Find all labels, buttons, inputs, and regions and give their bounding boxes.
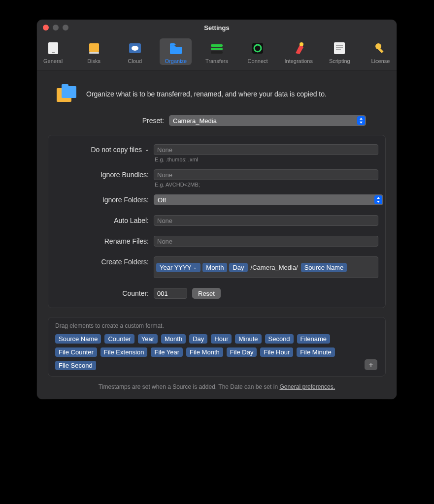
scripting-icon	[332, 40, 347, 56]
preset-dropdown[interactable]: Camera_Media	[169, 115, 366, 126]
palette-token[interactable]: Hour	[211, 334, 232, 344]
format-token[interactable]: Month	[202, 263, 227, 272]
chevron-down-icon: ⌄	[145, 144, 149, 155]
format-token[interactable]: Year YYYY⌄	[156, 263, 200, 272]
tab-connect[interactable]: Connect	[242, 38, 274, 65]
palette-token[interactable]: File Hour	[260, 347, 293, 357]
rename-files-label: Rename Files:	[55, 236, 154, 247]
palette-token[interactable]: File Day	[227, 347, 257, 357]
do-not-copy-label-text: Do not copy files	[91, 144, 142, 155]
palette-token[interactable]: Source Name	[55, 334, 101, 344]
token-palette: Source NameCounterYearMonthDayHourMinute…	[55, 334, 378, 370]
updown-arrows-icon	[357, 116, 365, 125]
ignore-folders-value: Off	[158, 196, 166, 204]
svg-rect-2	[89, 43, 99, 52]
transfers-icon	[209, 40, 225, 56]
preset-row: Preset: Camera_Media	[48, 115, 386, 126]
tab-label: Disks	[87, 58, 100, 64]
ignore-bundles-label: Ignore Bundles:	[55, 169, 154, 180]
svg-rect-6	[211, 44, 223, 47]
auto-label-input[interactable]	[154, 215, 378, 226]
counter-input[interactable]	[154, 288, 187, 299]
tab-label: Cloud	[128, 58, 142, 64]
tab-label: License	[371, 58, 390, 64]
palette-token[interactable]: Month	[161, 334, 186, 344]
settings-window: Settings GeneralDisksCloudOrganizeTransf…	[37, 20, 397, 399]
svg-rect-12	[334, 42, 345, 54]
preset-dropdown-value: Camera_Media	[173, 117, 217, 125]
ignore-folders-dropdown[interactable]: Off	[154, 194, 383, 205]
organize-hero-icon	[57, 83, 78, 104]
reset-button[interactable]: Reset	[192, 288, 221, 299]
window-close-button[interactable]	[43, 25, 49, 31]
organize-pane: Organize what is to be transferred, rena…	[37, 70, 397, 399]
footer-text: Timestamps are set when a Source is adde…	[99, 383, 280, 390]
tab-organize[interactable]: Organize	[160, 38, 192, 65]
counter-label: Counter:	[55, 288, 154, 299]
window-title: Settings	[204, 24, 229, 32]
palette-token[interactable]: Counter	[104, 334, 134, 344]
tab-disks[interactable]: Disks	[78, 38, 110, 65]
tab-general[interactable]: General	[37, 38, 69, 65]
window-controls	[43, 25, 68, 31]
tab-label: Organize	[165, 58, 187, 64]
organize-form-panel: Do not copy files ⌄ E.g. .thumbs; .xml I…	[48, 135, 386, 308]
ignore-folders-label: Ignore Folders:	[55, 194, 154, 205]
integrations-icon	[291, 40, 306, 56]
add-token-button[interactable]: ＋	[365, 359, 377, 370]
svg-rect-7	[211, 48, 223, 50]
palette-token[interactable]: Second	[265, 334, 294, 344]
ignore-bundles-hint: E.g. AVCHD<2MB;	[155, 182, 378, 188]
preset-label: Preset:	[48, 117, 164, 125]
do-not-copy-label[interactable]: Do not copy files ⌄	[55, 144, 154, 155]
palette-hint: Drag elements to create a custom format.	[55, 322, 378, 329]
create-folders-field[interactable]: Year YYYY⌄MonthDay/Camera_Media/Source N…	[154, 256, 378, 278]
svg-rect-1	[52, 52, 55, 53]
updown-arrows-icon	[374, 195, 382, 204]
window-zoom-button[interactable]	[63, 25, 68, 31]
cloud-icon	[127, 40, 143, 56]
svg-rect-18	[62, 84, 68, 88]
general-preferences-link[interactable]: General preferences.	[279, 383, 335, 390]
rename-files-input[interactable]	[154, 236, 378, 247]
palette-token[interactable]: Filename	[297, 334, 330, 344]
do-not-copy-hint: E.g. .thumbs; .xml	[155, 157, 378, 162]
intro-text: Organize what is to be transferred, rena…	[86, 90, 327, 98]
palette-token[interactable]: Year	[138, 334, 158, 344]
tab-label: Connect	[248, 58, 268, 64]
format-token[interactable]: Source Name	[301, 263, 347, 272]
plus-icon: ＋	[367, 360, 375, 370]
tab-label: Scripting	[329, 58, 350, 64]
window-minimize-button[interactable]	[53, 25, 59, 31]
tab-label: Transfers	[205, 58, 228, 64]
palette-token[interactable]: File Second	[55, 361, 96, 370]
organize-icon	[168, 40, 184, 56]
palette-token[interactable]: File Year	[151, 347, 183, 357]
do-not-copy-input[interactable]	[154, 144, 378, 155]
palette-token[interactable]: File Minute	[297, 347, 335, 357]
chevron-down-icon: ⌄	[193, 265, 197, 270]
tab-scripting[interactable]: Scripting	[324, 38, 356, 65]
auto-label-label: Auto Label:	[55, 215, 154, 226]
palette-token[interactable]: File Counter	[55, 347, 97, 357]
tab-transfers[interactable]: Transfers	[200, 38, 233, 65]
svg-point-11	[300, 42, 303, 46]
tab-integrations[interactable]: Integrations	[283, 38, 315, 65]
tab-label: General	[43, 58, 63, 64]
ignore-bundles-input[interactable]	[154, 169, 378, 180]
format-plain-text[interactable]: /Camera_Media/	[250, 264, 299, 271]
svg-rect-3	[89, 52, 99, 54]
palette-token[interactable]: Minute	[235, 334, 261, 344]
svg-point-5	[132, 46, 138, 51]
palette-token[interactable]: File Extension	[100, 347, 148, 357]
footer-note: Timestamps are set when a Source is adde…	[48, 383, 386, 390]
connect-icon	[250, 40, 266, 56]
tab-cloud[interactable]: Cloud	[119, 38, 151, 65]
general-icon	[45, 40, 61, 56]
token-palette-panel: Drag elements to create a custom format.…	[48, 317, 386, 377]
tab-label: Integrations	[284, 58, 312, 64]
tab-license[interactable]: License	[365, 38, 397, 65]
palette-token[interactable]: File Month	[186, 347, 223, 357]
format-token[interactable]: Day	[229, 263, 247, 272]
palette-token[interactable]: Day	[189, 334, 207, 344]
